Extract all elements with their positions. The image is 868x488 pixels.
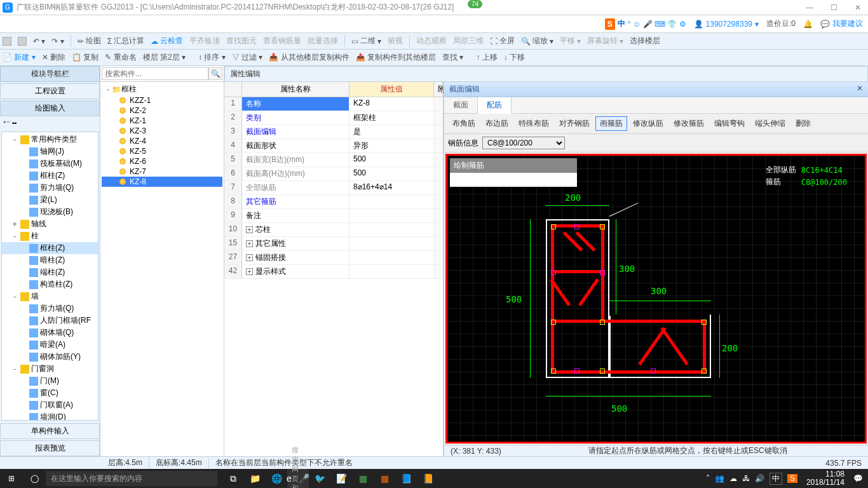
prop-row[interactable]: 7全部纵筋8⌀16+4⌀14 xyxy=(224,181,443,195)
search-input[interactable] xyxy=(102,67,208,80)
nav-tool-icons[interactable]: ⁺⁻ ╍ xyxy=(0,116,100,130)
tray-up-icon[interactable]: ˄ xyxy=(706,474,710,483)
section-tool-修改箍筋[interactable]: 修改箍筋 xyxy=(669,116,709,131)
tb2-find[interactable]: 查找 ▾ xyxy=(442,52,463,63)
taskview-icon[interactable]: ⧉ xyxy=(222,469,244,488)
nav-draw-input[interactable]: 绘图输入 xyxy=(0,100,100,116)
start-button[interactable]: ⊞ xyxy=(0,469,23,488)
tb2-new[interactable]: 📄 新建 ▾ xyxy=(3,52,36,63)
tb-save[interactable] xyxy=(18,37,27,46)
tb2-copyfromfloor[interactable]: 📥 从其他楼层复制构件 xyxy=(269,52,349,63)
nav-tree-item[interactable]: 梁(L) xyxy=(2,194,98,206)
search-button[interactable]: 🔍 xyxy=(208,67,222,80)
tab-section[interactable]: 截面 xyxy=(444,97,478,113)
nav-tree-item[interactable]: +轴线 xyxy=(2,218,98,230)
tb2-up[interactable]: ↑ 上移 xyxy=(477,52,498,63)
ime-lang[interactable]: 中 xyxy=(618,18,625,29)
prop-row[interactable]: 3截面编辑是 xyxy=(224,125,443,139)
tb-batchsel[interactable]: 批量选择 xyxy=(308,36,338,46)
nav-report[interactable]: 报表预览 xyxy=(0,440,100,456)
tb-local3d[interactable]: 局部三维 xyxy=(453,36,484,46)
tb-screenrot[interactable]: 屏幕旋转 ▾ xyxy=(587,36,623,46)
nav-tree-item[interactable]: 门联窗(A) xyxy=(2,399,98,411)
section-canvas[interactable]: 绘制箍筋 全部纵筋 8C16+4C14 箍筋 C8@100/200 xyxy=(445,154,867,444)
rebar-info-select[interactable]: C8@100/200 xyxy=(482,137,565,149)
comp-item[interactable]: KZ-3 xyxy=(102,126,222,136)
section-tool-编辑弯钩[interactable]: 编辑弯钩 xyxy=(710,116,749,131)
nav-tree-item[interactable]: 暗柱(Z) xyxy=(2,254,98,266)
nav-tree-item[interactable]: 剪力墙(Q) xyxy=(2,302,98,315)
prop-row[interactable]: 2类别框架柱 xyxy=(224,111,443,125)
comp-root[interactable]: -📁 框柱 xyxy=(102,83,222,95)
tb-app6[interactable]: ▦ xyxy=(352,469,374,488)
tb-app1[interactable]: 📁 xyxy=(244,469,266,488)
nav-single-input[interactable]: 单构件输入 xyxy=(0,423,100,439)
prop-row[interactable]: 5截面宽(B边)(mm)500 xyxy=(224,153,443,167)
tb2-floor[interactable]: 楼层 第2层 ▾ xyxy=(143,52,186,63)
tb-findview[interactable]: 查找图元 xyxy=(226,36,257,46)
tb-dynview[interactable]: 动态观察 xyxy=(416,36,447,46)
nav-tree-item[interactable]: 砌体墙(Q) xyxy=(2,327,98,339)
nav-tree-item[interactable]: 框柱(Z) xyxy=(2,242,98,254)
tb-2d[interactable]: ▭ 二维 ▾ xyxy=(351,36,381,46)
tb-app7[interactable]: ▦ xyxy=(374,469,395,488)
comp-item[interactable]: KZ-1 xyxy=(102,116,222,126)
minimize-button[interactable]: — xyxy=(802,3,817,12)
tb-app4[interactable]: 🐦 xyxy=(309,469,330,488)
tb-summary[interactable]: Σ 汇总计算 xyxy=(107,36,144,46)
notify-icon[interactable]: 🔔 xyxy=(803,20,813,29)
account-phone[interactable]: 👤 13907298339 ▾ xyxy=(694,20,759,29)
nav-tree-item[interactable]: -柱 xyxy=(2,230,98,242)
tb-selectfloor[interactable]: 选择楼层 xyxy=(630,36,660,46)
tb-edge[interactable]: e 搜索网页和文件 🎤 xyxy=(287,469,309,488)
tb-zoom[interactable]: 🔍 缩放 ▾ xyxy=(521,36,553,46)
ime-tools[interactable]: ° ☺ 🎤 ⌨ 👕 ⚙ xyxy=(628,20,686,29)
tray-notif-icon[interactable]: 💬 xyxy=(853,474,863,483)
comp-item[interactable]: KZ-4 xyxy=(102,136,222,146)
tb2-sort[interactable]: ↕ 排序 ▾ xyxy=(198,52,226,63)
nav-tree-item[interactable]: 人防门框墙(RF xyxy=(2,315,98,327)
prop-row[interactable]: 42+显示样式 xyxy=(224,265,443,279)
nav-tree-item[interactable]: 窗(C) xyxy=(2,387,98,399)
prop-row[interactable]: 1名称KZ-8 xyxy=(224,97,443,111)
comp-item[interactable]: KZ-5 xyxy=(102,146,222,156)
tray-cloud-icon[interactable]: ☁ xyxy=(729,474,737,483)
component-tree[interactable]: -📁 框柱KZZ-1KZ-2KZ-1KZ-3KZ-4KZ-5KZ-6KZ-7KZ… xyxy=(100,82,224,456)
draw-mode-input[interactable] xyxy=(450,173,577,187)
tb2-copy[interactable]: 📋 复制 xyxy=(72,52,98,63)
nav-tree-item[interactable]: 暗梁(A) xyxy=(2,339,98,351)
tb2-copytofloor[interactable]: 📤 复制构件到其他楼层 xyxy=(356,52,436,63)
nav-tree-item[interactable]: 构造柱(Z) xyxy=(2,278,98,290)
tb-open[interactable] xyxy=(3,37,11,46)
section-tool-画箍筋[interactable]: 画箍筋 xyxy=(595,116,627,131)
prop-row[interactable]: 6截面高(H边)(mm)500 xyxy=(224,167,443,181)
tb-viewrebar[interactable]: 查看钢筋量 xyxy=(263,36,301,46)
feedback-button[interactable]: 💬 我要建议 xyxy=(820,18,863,29)
tb2-filter[interactable]: ▽ 过滤 ▾ xyxy=(232,52,263,63)
tray-ime-s[interactable]: S xyxy=(787,474,797,483)
comp-item[interactable]: KZ-8 xyxy=(102,177,222,187)
comp-item[interactable]: KZ-2 xyxy=(102,105,222,116)
prop-row[interactable]: 9备注 xyxy=(224,209,443,223)
nav-tree-item[interactable]: 端柱(Z) xyxy=(2,266,98,278)
tray-net-icon[interactable]: 🖧 xyxy=(742,474,750,483)
tray-clock[interactable]: 11:082018/11/14 xyxy=(803,470,848,487)
nav-tree-item[interactable]: -常用构件类型 xyxy=(2,133,98,146)
nav-tree-item[interactable]: 门(M) xyxy=(2,375,98,387)
tb-undo[interactable]: ↶ ▾ xyxy=(33,37,45,46)
tb-redo[interactable]: ↷ ▾ xyxy=(51,37,64,46)
prop-row[interactable]: 10+芯柱 xyxy=(224,223,443,237)
nav-tree-item[interactable]: 轴网(J) xyxy=(2,146,98,158)
nav-tree-item[interactable]: -墙 xyxy=(2,290,98,302)
ime-badge[interactable]: S xyxy=(605,18,615,30)
section-tool-布角筋[interactable]: 布角筋 xyxy=(448,116,480,131)
tb-topview[interactable]: 俯视 xyxy=(388,36,403,46)
tb2-delete[interactable]: ✕ 删除 xyxy=(42,52,65,63)
tb2-rename[interactable]: ✎ 重命名 xyxy=(105,52,136,63)
tray-vol-icon[interactable]: 🔊 xyxy=(755,474,764,483)
prop-row[interactable]: 15+其它属性 xyxy=(224,237,443,251)
prop-row[interactable]: 4截面形状异形 xyxy=(224,139,443,153)
tb-app2[interactable]: 🌐 xyxy=(266,469,287,488)
comp-item[interactable]: KZ-6 xyxy=(102,156,222,166)
tb-flattop[interactable]: 平齐板顶 xyxy=(189,36,220,46)
